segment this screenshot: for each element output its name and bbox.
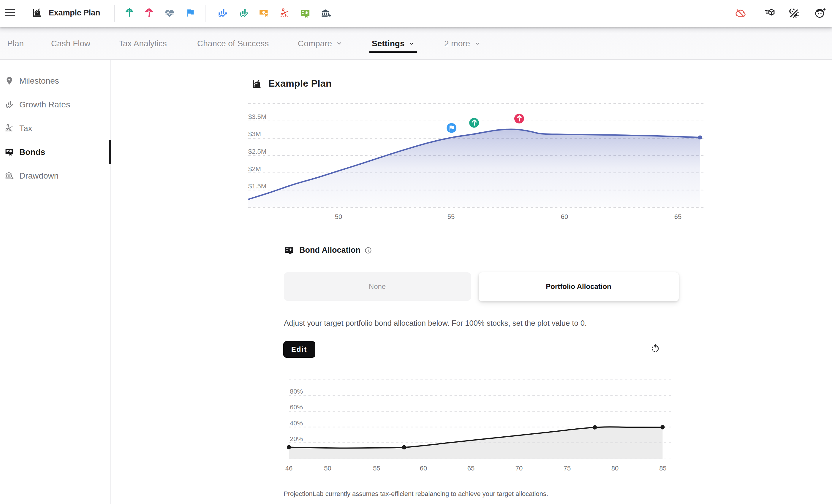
svg-text:80: 80 (612, 465, 619, 472)
svg-text:70: 70 (516, 465, 523, 472)
svg-text:60: 60 (420, 465, 427, 472)
svg-text:50: 50 (335, 213, 342, 220)
svg-text:75: 75 (564, 465, 571, 472)
svg-text:40%: 40% (290, 419, 303, 427)
svg-text:46: 46 (285, 465, 292, 472)
svg-text:20%: 20% (290, 435, 303, 443)
svg-text:60%: 60% (290, 403, 303, 411)
svg-text:$2.5M: $2.5M (248, 148, 266, 155)
svg-text:$3.5M: $3.5M (248, 113, 266, 120)
svg-text:$1.5M: $1.5M (248, 183, 266, 190)
svg-text:55: 55 (373, 465, 380, 472)
svg-text:50: 50 (324, 465, 331, 472)
svg-text:65: 65 (674, 213, 681, 220)
svg-text:85: 85 (659, 465, 666, 472)
svg-text:$3M: $3M (248, 130, 261, 138)
svg-text:80%: 80% (290, 388, 303, 395)
svg-text:$2M: $2M (248, 165, 261, 173)
svg-text:55: 55 (447, 213, 454, 220)
svg-text:60: 60 (561, 213, 568, 220)
svg-text:65: 65 (467, 465, 474, 472)
